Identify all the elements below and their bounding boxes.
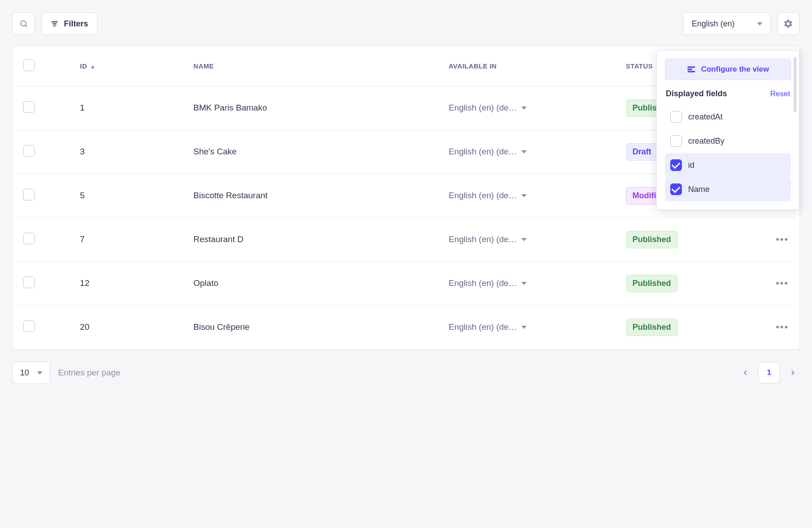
chevron-down-icon xyxy=(521,150,527,153)
chevron-left-icon xyxy=(741,369,749,377)
displayed-field-option[interactable]: Name xyxy=(665,177,791,201)
cell-name: Bisou Crêperie xyxy=(186,305,442,349)
entries-per-page-label: Entries per page xyxy=(58,368,120,378)
field-checkbox[interactable] xyxy=(670,111,682,123)
available-in-label: English (en) (de… xyxy=(448,103,517,113)
available-in-select[interactable]: English (en) (de… xyxy=(448,234,611,244)
field-label: createdAt xyxy=(688,112,723,122)
cell-id: 12 xyxy=(73,261,186,305)
row-actions-button[interactable]: ••• xyxy=(776,321,789,332)
cell-name: She's Cake xyxy=(186,130,442,174)
svg-rect-2 xyxy=(51,21,58,22)
filter-icon xyxy=(51,20,59,28)
scrollbar-thumb[interactable] xyxy=(794,57,796,112)
chevron-right-icon xyxy=(789,369,797,377)
displayed-fields-title: Displayed fields xyxy=(666,89,727,98)
current-page[interactable]: 1 xyxy=(758,362,780,383)
filters-button[interactable]: Filters xyxy=(41,13,97,35)
field-label: id xyxy=(688,161,694,170)
available-in-label: English (en) (de… xyxy=(448,147,517,157)
displayed-field-option[interactable]: id xyxy=(665,153,791,177)
select-all-checkbox[interactable] xyxy=(23,60,35,71)
available-in-label: English (en) (de… xyxy=(448,191,517,200)
row-checkbox[interactable] xyxy=(23,233,35,244)
svg-rect-6 xyxy=(688,68,692,70)
available-in-select[interactable]: English (en) (de… xyxy=(448,147,611,157)
reset-fields-link[interactable]: Reset xyxy=(770,89,790,98)
language-select[interactable]: English (en) xyxy=(683,13,771,35)
layout-icon xyxy=(687,65,696,73)
settings-button[interactable] xyxy=(777,13,799,35)
cell-name: BMK Paris Bamako xyxy=(186,86,442,130)
available-in-label: English (en) (de… xyxy=(448,234,517,244)
cell-name: Restaurant D xyxy=(186,217,442,261)
search-icon xyxy=(19,19,28,28)
field-checkbox[interactable] xyxy=(670,159,682,171)
table-row[interactable]: 12 Oplato English (en) (de… Published ••… xyxy=(16,261,796,305)
field-label: Name xyxy=(688,185,710,194)
column-header-name[interactable]: Name xyxy=(186,47,442,86)
field-checkbox[interactable] xyxy=(670,135,682,147)
filters-label: Filters xyxy=(64,19,88,29)
page-size-value: 10 xyxy=(20,368,29,378)
popover-scrollbar[interactable] xyxy=(794,57,796,203)
chevron-down-icon xyxy=(521,194,527,197)
gear-icon xyxy=(783,19,793,29)
configure-view-label: Configure the view xyxy=(701,65,769,74)
next-page-button[interactable] xyxy=(786,366,799,379)
cell-id: 1 xyxy=(73,86,186,130)
svg-line-1 xyxy=(25,26,27,27)
table-row[interactable]: 20 Bisou Crêperie English (en) (de… Publ… xyxy=(16,305,796,349)
available-in-select[interactable]: English (en) (de… xyxy=(448,322,611,332)
svg-rect-7 xyxy=(688,71,695,72)
view-settings-popover: Configure the view Displayed fields Rese… xyxy=(656,50,799,210)
status-badge: Published xyxy=(626,275,678,292)
status-badge: Published xyxy=(626,231,678,248)
available-in-select[interactable]: English (en) (de… xyxy=(448,278,611,288)
available-in-label: English (en) (de… xyxy=(448,278,517,288)
row-checkbox[interactable] xyxy=(23,277,35,288)
chevron-down-icon xyxy=(521,106,527,110)
column-header-available[interactable]: Available In xyxy=(441,47,618,86)
row-checkbox[interactable] xyxy=(23,145,35,157)
svg-rect-3 xyxy=(53,23,57,24)
chevron-down-icon xyxy=(37,371,42,375)
chevron-down-icon xyxy=(521,238,527,241)
displayed-field-option[interactable]: createdBy xyxy=(665,129,791,153)
prev-page-button[interactable] xyxy=(739,366,752,379)
row-checkbox[interactable] xyxy=(23,101,35,113)
cell-id: 7 xyxy=(73,217,186,261)
chevron-down-icon xyxy=(521,326,527,329)
displayed-field-option[interactable]: createdAt xyxy=(665,105,791,129)
cell-name: Oplato xyxy=(186,261,442,305)
svg-rect-4 xyxy=(54,26,56,26)
column-header-id[interactable]: ID▲ xyxy=(73,47,186,86)
status-badge: Published xyxy=(626,319,678,336)
page-size-select[interactable]: 10 xyxy=(13,362,50,384)
status-badge: Draft xyxy=(626,143,658,161)
available-in-select[interactable]: English (en) (de… xyxy=(448,103,611,113)
svg-point-0 xyxy=(21,21,26,26)
cell-id: 5 xyxy=(73,174,186,217)
table-row[interactable]: 7 Restaurant D English (en) (de… Publish… xyxy=(16,217,796,261)
row-actions-button[interactable]: ••• xyxy=(776,234,789,245)
search-button[interactable] xyxy=(13,13,35,35)
chevron-down-icon xyxy=(757,22,762,26)
row-checkbox[interactable] xyxy=(23,189,35,200)
field-label: createdBy xyxy=(688,136,724,146)
cell-id: 3 xyxy=(73,130,186,174)
pagination: 1 xyxy=(739,362,799,383)
row-checkbox[interactable] xyxy=(23,320,35,332)
cell-id: 20 xyxy=(73,305,186,349)
configure-view-button[interactable]: Configure the view xyxy=(665,59,791,80)
svg-rect-5 xyxy=(688,66,695,68)
row-actions-button[interactable]: ••• xyxy=(776,277,789,289)
cell-name: Biscotte Restaurant xyxy=(186,174,442,217)
language-label: English (en) xyxy=(692,19,735,29)
chevron-down-icon xyxy=(521,282,527,285)
available-in-select[interactable]: English (en) (de… xyxy=(448,191,611,200)
table-footer: 10 Entries per page 1 xyxy=(13,362,799,384)
sort-asc-icon: ▲ xyxy=(90,63,96,70)
field-checkbox[interactable] xyxy=(670,183,682,195)
available-in-label: English (en) (de… xyxy=(448,322,517,332)
